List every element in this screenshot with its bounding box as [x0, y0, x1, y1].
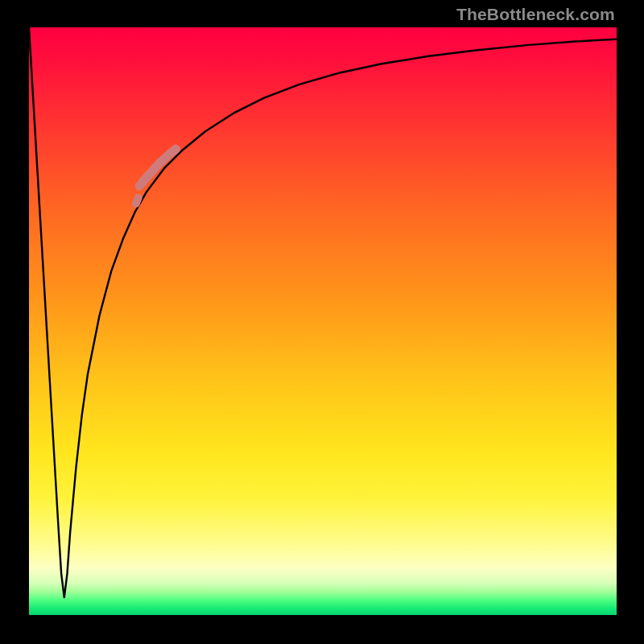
bottleneck-curve-path: [29, 27, 617, 597]
chart-frame: { "watermark": "TheBottleneck.com", "col…: [0, 0, 644, 644]
highlight-dot-lower-path: [136, 198, 138, 204]
watermark-text: TheBottleneck.com: [456, 5, 615, 24]
curve-overlay: [29, 27, 617, 615]
highlight-segment-path: [139, 149, 175, 186]
